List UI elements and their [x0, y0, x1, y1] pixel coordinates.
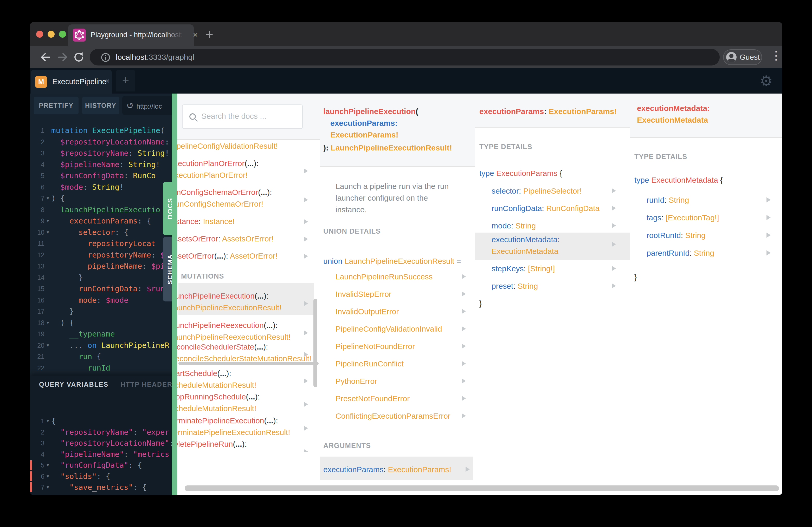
docs-list-item[interactable]: stopRunningSchedule(...):	[177, 392, 260, 401]
expand-arrow-icon[interactable]	[767, 215, 771, 220]
docs-list-item-type[interactable]: ScheduleMutationResult!	[177, 404, 257, 413]
new-tab-button[interactable]: +	[200, 26, 218, 44]
docs-list-item[interactable]: runConfigSchemaOrError(...):	[177, 188, 272, 197]
fold-arrow-icon[interactable]: ▾	[44, 340, 51, 351]
expand-arrow-icon[interactable]	[462, 291, 466, 297]
expand-arrow-icon[interactable]	[466, 467, 470, 472]
expand-arrow-icon[interactable]	[462, 378, 466, 383]
tab-close-icon[interactable]: ×	[193, 30, 198, 40]
docs-list-item[interactable]: executionPlanOrError(...):	[177, 159, 259, 168]
docs-horizontal-scrollbar[interactable]	[185, 485, 779, 491]
expand-arrow-icon[interactable]	[304, 426, 308, 431]
expand-arrow-icon[interactable]	[304, 254, 308, 259]
fold-arrow-icon[interactable]: ▾	[44, 193, 51, 204]
docs-list-item[interactable]: instance: Instance!	[177, 217, 235, 226]
expand-arrow-icon[interactable]	[612, 242, 616, 247]
type-field[interactable]: stepKeys: [String!]	[492, 264, 555, 273]
settings-gear-icon[interactable]: ⚙	[760, 71, 773, 91]
expand-arrow-icon[interactable]	[462, 344, 466, 349]
type-field[interactable]: executionMetadata:	[492, 235, 560, 244]
expand-arrow-icon[interactable]	[767, 250, 771, 255]
docs-list-item[interactable]: assetsOrError: AssetsOrError!	[177, 235, 274, 243]
docs-list-item[interactable]: launchPipelineExecution(...):	[177, 291, 269, 300]
history-button[interactable]: HISTORY	[82, 97, 119, 114]
union-member[interactable]: ConflictingExecutionParamsError	[335, 412, 450, 420]
docs-list-item[interactable]: launchPipelineReexecution(...):	[177, 321, 277, 330]
browser-menu-icon[interactable]: ⋮	[770, 48, 782, 62]
endpoint-input[interactable]: ↺http://loc	[122, 96, 177, 115]
docs-list-item[interactable]: deletePipelineRun(...):	[177, 440, 247, 449]
union-member[interactable]: PythonError	[335, 377, 377, 386]
docs-list-item-type[interactable]: TerminatePipelineExecutionResult!	[177, 428, 290, 437]
minimize-window-button[interactable]	[48, 31, 55, 38]
playground-new-tab-button[interactable]: +	[116, 70, 135, 91]
expand-arrow-icon[interactable]	[462, 326, 466, 331]
expand-arrow-icon[interactable]	[612, 206, 616, 211]
expand-arrow-icon[interactable]	[304, 449, 308, 452]
forward-icon[interactable]	[56, 51, 69, 63]
expand-arrow-icon[interactable]	[304, 237, 308, 242]
expand-arrow-icon[interactable]	[462, 309, 466, 314]
type-field[interactable]: runId: String	[647, 196, 689, 205]
fold-arrow-icon[interactable]: ▾	[44, 227, 51, 238]
union-member[interactable]: PresetNotFoundError	[335, 394, 410, 403]
docs-list-item-type[interactable]: ExecutionPlanOrError!	[177, 171, 248, 180]
back-icon[interactable]	[39, 51, 52, 63]
type-field-type[interactable]: ExecutionMetadata	[492, 247, 559, 256]
docs-search-input[interactable]: Search the docs ...	[182, 104, 303, 129]
docs-list-item-type[interactable]: LaunchPipelineReexecutionResult!	[177, 333, 291, 342]
url-bar[interactable]: localhost:3333/graphql	[90, 49, 720, 65]
expand-arrow-icon[interactable]	[304, 168, 308, 174]
argument-item[interactable]: executionParams: ExecutionParams!	[323, 465, 451, 474]
tab-http-headers[interactable]: HTTP HEADERS	[121, 381, 177, 388]
type-field[interactable]: preset: String	[492, 282, 538, 290]
union-member[interactable]: InvalidStepError	[335, 290, 391, 299]
zoom-window-button[interactable]	[59, 31, 66, 38]
docs-list-item[interactable]: terminatePipelineExecution(...):	[177, 416, 278, 425]
type-field[interactable]: rootRunId: String	[647, 231, 706, 240]
docs-list-item-type[interactable]: RunConfigSchemaOrError!	[177, 199, 263, 208]
union-member[interactable]: PipelineRunConflict	[335, 359, 404, 368]
endpoint-reload-icon[interactable]: ↺	[126, 101, 134, 110]
tab-query-variables[interactable]: QUERY VARIABLES	[39, 381, 108, 388]
reload-icon[interactable]	[73, 51, 85, 63]
type-field[interactable]: tags: [ExecutionTag!]	[647, 213, 719, 222]
expand-arrow-icon[interactable]	[304, 197, 308, 202]
playground-tab-close-icon[interactable]: ×	[105, 77, 110, 85]
docs-list-item-type[interactable]: LaunchPipelineExecutionResult!	[177, 303, 281, 312]
expand-arrow-icon[interactable]	[462, 361, 466, 366]
fold-arrow-icon[interactable]: ▾	[44, 415, 51, 427]
expand-arrow-icon[interactable]	[462, 413, 466, 418]
union-member[interactable]: PipelineConfigValidationInvalid	[335, 325, 442, 333]
docs-list-item-type[interactable]: DeletePipelineRunResult!	[177, 451, 259, 452]
union-member[interactable]: InvalidOutputError	[335, 307, 399, 316]
fold-arrow-icon[interactable]: ▾	[44, 215, 51, 227]
docs-list-item[interactable]: startSchedule(...):	[177, 369, 231, 378]
expand-arrow-icon[interactable]	[612, 223, 616, 228]
union-member[interactable]: PipelineNotFoundError	[335, 342, 415, 351]
expand-arrow-icon[interactable]	[304, 378, 308, 383]
type-field[interactable]: mode: String	[492, 222, 536, 230]
expand-arrow-icon[interactable]	[767, 232, 771, 238]
fold-arrow-icon[interactable]: ▾	[44, 460, 51, 471]
expand-arrow-icon[interactable]	[304, 219, 308, 224]
close-window-button[interactable]	[36, 31, 43, 38]
expand-arrow-icon[interactable]	[612, 266, 616, 271]
docs-list-item[interactable]: reconcileSchedulerState(...):	[177, 343, 268, 351]
expand-arrow-icon[interactable]	[612, 283, 616, 288]
expand-arrow-icon[interactable]	[304, 330, 308, 335]
expand-arrow-icon[interactable]	[462, 274, 466, 279]
expand-arrow-icon[interactable]	[612, 188, 616, 193]
fold-arrow-icon[interactable]: ▾	[44, 317, 51, 329]
expand-arrow-icon[interactable]	[767, 197, 771, 202]
vertical-scrollbar-thumb[interactable]	[314, 299, 317, 387]
type-field[interactable]: runConfigData: RunConfigData	[492, 204, 599, 213]
docs-panel-edge-strip[interactable]	[172, 93, 177, 495]
site-info-icon[interactable]	[101, 52, 111, 62]
expand-arrow-icon[interactable]	[304, 301, 308, 306]
type-field[interactable]: selector: PipelineSelector!	[492, 186, 582, 195]
prettify-button[interactable]: PRETTIFY	[34, 97, 78, 114]
fold-arrow-icon[interactable]: ▾	[44, 471, 51, 482]
docs-list-item[interactable]: assetOrError(...): AssetOrError!	[177, 252, 277, 260]
type-field[interactable]: parentRunId: String	[647, 249, 714, 257]
